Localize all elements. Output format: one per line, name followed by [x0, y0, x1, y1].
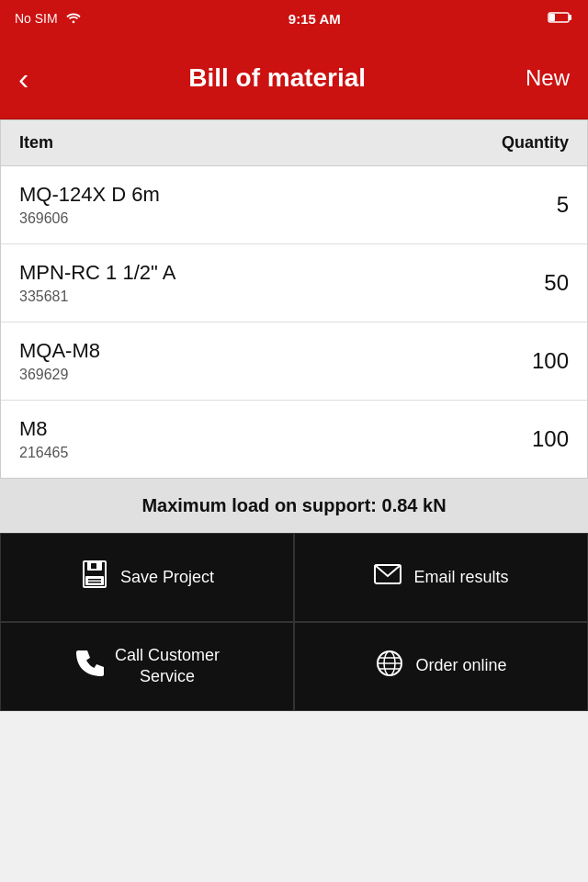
- row-left: MQ-124X D 6m 369606: [19, 183, 160, 227]
- svg-rect-7: [85, 576, 104, 585]
- status-time: 9:15 AM: [288, 11, 341, 27]
- summary-bar: Maximum load on support: 0.84 kN: [0, 479, 588, 533]
- item-code: 369629: [19, 367, 100, 383]
- svg-text:⚡: ⚡: [571, 14, 573, 23]
- row-left: M8 216465: [19, 417, 68, 461]
- call-customer-service-button[interactable]: Call Customer Service: [0, 622, 294, 711]
- carrier-label: No SIM: [15, 11, 58, 26]
- order-online-label: Order online: [415, 655, 506, 676]
- bom-table: Item Quantity MQ-124X D 6m 369606 5 MPN-…: [0, 119, 588, 479]
- item-name: M8: [19, 417, 68, 441]
- col-item-label: Item: [19, 133, 53, 153]
- item-quantity: 100: [532, 348, 569, 374]
- battery-icon: ⚡: [548, 11, 573, 27]
- table-row[interactable]: MQA-M8 369629 100: [1, 322, 587, 401]
- col-quantity-label: Quantity: [502, 133, 569, 153]
- wifi-icon: [65, 11, 82, 27]
- summary-text: Maximum load on support: 0.84 kN: [141, 495, 446, 515]
- row-left: MQA-M8 369629: [19, 339, 100, 383]
- table-row[interactable]: M8 216465 100: [1, 401, 587, 478]
- item-quantity: 100: [532, 426, 569, 452]
- page-title: Bill of material: [28, 63, 526, 93]
- phone-icon: [74, 649, 104, 684]
- svg-rect-8: [88, 579, 101, 581]
- item-code: 216465: [19, 445, 68, 461]
- item-name: MQA-M8: [19, 339, 100, 363]
- item-quantity: 50: [544, 270, 569, 296]
- item-name: MQ-124X D 6m: [19, 183, 160, 207]
- item-code: 369606: [19, 210, 160, 227]
- item-code: 335681: [19, 288, 175, 305]
- save-project-button[interactable]: Save Project: [0, 533, 294, 622]
- svg-rect-9: [88, 582, 101, 583]
- call-customer-service-label: Call Customer Service: [115, 645, 220, 688]
- table-row[interactable]: MQ-124X D 6m 369606 5: [1, 166, 587, 244]
- svg-rect-1: [549, 14, 555, 21]
- nav-bar: ‹ Bill of material New: [0, 37, 588, 119]
- status-right: ⚡: [548, 11, 573, 27]
- order-online-button[interactable]: Order online: [294, 622, 588, 711]
- table-row[interactable]: MPN-RC 1 1/2" A 335681 50: [1, 244, 587, 322]
- action-buttons: Save Project Email results Call Customer…: [0, 533, 588, 711]
- email-icon: [373, 560, 402, 595]
- status-bar: No SIM 9:15 AM ⚡: [0, 0, 588, 37]
- item-quantity: 5: [557, 192, 569, 218]
- save-icon: [80, 560, 109, 595]
- item-name: MPN-RC 1 1/2" A: [19, 261, 175, 285]
- email-results-button[interactable]: Email results: [294, 533, 588, 622]
- svg-rect-6: [91, 563, 96, 569]
- email-results-label: Email results: [413, 567, 508, 588]
- row-left: MPN-RC 1 1/2" A 335681: [19, 261, 175, 305]
- status-left: No SIM: [15, 11, 82, 27]
- new-button[interactable]: New: [526, 65, 570, 91]
- save-project-label: Save Project: [120, 567, 214, 588]
- globe-icon: [375, 649, 404, 684]
- table-header: Item Quantity: [1, 120, 587, 166]
